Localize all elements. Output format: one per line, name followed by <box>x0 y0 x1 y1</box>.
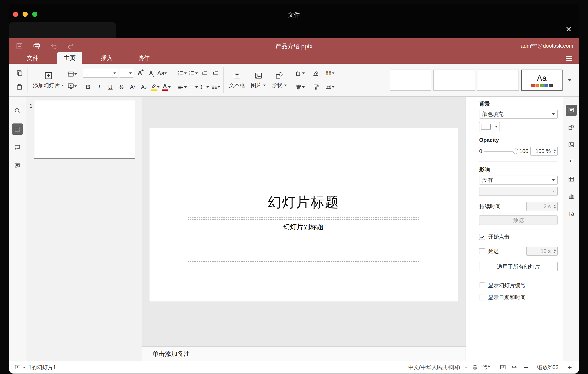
vertical-align-button[interactable] <box>188 81 198 93</box>
copy-style-button[interactable] <box>311 81 321 93</box>
decrease-indent-button[interactable] <box>199 67 210 79</box>
theme-tile-3[interactable] <box>477 70 519 91</box>
insert-image-button[interactable]: 图片 <box>248 66 269 94</box>
copy-button[interactable] <box>14 67 25 79</box>
table-settings-button[interactable] <box>566 174 577 185</box>
zoom-in-button[interactable]: + <box>566 364 574 371</box>
image-settings-button[interactable] <box>566 139 577 150</box>
slide-settings-button[interactable] <box>566 105 577 116</box>
bullets-icon <box>177 70 184 77</box>
change-case-button[interactable]: Aa <box>157 67 167 79</box>
language-selector[interactable]: 中文(中华人民共和国) <box>408 364 460 371</box>
user-account[interactable]: adm***@dootask.com <box>521 43 573 49</box>
font-color-button[interactable]: A <box>161 81 171 93</box>
opacity-slider[interactable] <box>484 151 517 152</box>
subtitle-placeholder[interactable]: 幻灯片副标题 <box>188 219 419 262</box>
slides-panel-button[interactable] <box>12 123 23 135</box>
horizontal-align-button[interactable] <box>177 81 187 93</box>
start-slideshow-button[interactable] <box>67 80 77 92</box>
numbering-button[interactable] <box>188 67 198 79</box>
home-toolbar: 添加幻灯片 A A Aa <box>9 64 579 97</box>
notes-area[interactable]: 单击添加备注 <box>142 346 466 361</box>
opacity-slider-knob[interactable] <box>513 149 518 154</box>
chevron-down-icon <box>184 72 187 74</box>
paragraph-settings-button[interactable]: ¶ <box>566 156 577 167</box>
slide-canvas[interactable]: 幻灯片标题 幻灯片副标题 <box>142 97 466 346</box>
chart-settings-button[interactable] <box>566 191 577 202</box>
slide-size-button[interactable] <box>325 81 335 93</box>
title-placeholder[interactable]: 幻灯片标题 <box>188 156 419 218</box>
start-on-click-checkbox[interactable] <box>479 234 485 240</box>
increase-font-button[interactable]: A <box>135 67 145 79</box>
add-slide-button[interactable]: 添加幻灯片 <box>30 66 67 94</box>
feedback-icon <box>14 162 21 169</box>
spellcheck-button[interactable]: ABC ✓ <box>483 364 491 371</box>
highlight-color-button[interactable] <box>150 81 160 93</box>
fit-width-button[interactable] <box>511 364 517 371</box>
slide-number: 1 <box>30 103 32 109</box>
color-scheme-button[interactable] <box>325 67 335 79</box>
columns-button[interactable] <box>210 81 221 93</box>
slide-layout-button[interactable] <box>67 68 77 80</box>
comments-button[interactable] <box>12 142 23 153</box>
duration-row: 持续时间 2 s <box>479 202 558 211</box>
opacity-input[interactable]: 100 % <box>530 147 558 156</box>
feedback-button[interactable] <box>12 160 23 171</box>
theme-tile-2[interactable] <box>433 70 475 91</box>
apply-to-all-button[interactable]: 适用于所有幻灯片 <box>479 262 558 271</box>
menu-icon[interactable] <box>566 56 572 61</box>
spinner-arrows[interactable] <box>554 147 556 155</box>
theme-gallery-expand-button[interactable] <box>565 70 575 91</box>
insert-textbox-button[interactable]: 文本框 <box>226 66 248 94</box>
effect-type-select <box>479 187 558 196</box>
fit-slide-button[interactable] <box>500 364 506 371</box>
effect-select[interactable]: 没有 <box>479 176 558 185</box>
slide-thumbnail[interactable] <box>34 101 135 159</box>
zoom-out-button[interactable]: − <box>522 364 530 371</box>
increase-indent-button[interactable] <box>210 67 221 79</box>
shape-icon <box>275 71 284 80</box>
copy-icon <box>16 70 23 77</box>
set-language-button[interactable] <box>472 364 478 370</box>
tab-collaboration[interactable]: 协作 <box>131 52 156 64</box>
close-icon[interactable]: × <box>563 24 574 34</box>
editor-column: 幻灯片标题 幻灯片副标题 单击添加备注 <box>142 97 466 361</box>
show-date-time-checkbox[interactable] <box>479 295 485 300</box>
tab-file[interactable]: 文件 <box>20 52 45 64</box>
start-slideshow-status-button[interactable] <box>14 364 25 371</box>
textart-settings-button[interactable]: Ta <box>566 208 577 219</box>
app-window: 文件 × 产品介绍.pptx adm***@dootask.com 文件 主页 … <box>9 4 579 374</box>
background-color-select[interactable] <box>479 122 500 131</box>
arrange-shape-button[interactable] <box>295 67 305 79</box>
clear-style-button[interactable] <box>311 67 321 79</box>
chevron-down-icon <box>302 86 305 88</box>
delay-checkbox[interactable] <box>479 248 485 254</box>
font-name-select[interactable] <box>83 69 118 78</box>
theme-tile-selected[interactable]: Aa <box>521 70 563 91</box>
theme-tile-1[interactable] <box>390 70 431 91</box>
tab-insert[interactable]: 插入 <box>94 52 119 64</box>
strikeout-button[interactable]: S <box>116 81 127 93</box>
subscript-button[interactable]: A₂ <box>139 81 149 93</box>
tab-home[interactable]: 主页 <box>57 52 82 64</box>
italic-button[interactable]: I <box>94 81 104 93</box>
decrease-font-button[interactable]: A <box>146 67 156 79</box>
globe-icon <box>472 364 478 370</box>
underline-button[interactable]: U <box>105 81 116 93</box>
slide[interactable]: 幻灯片标题 幻灯片副标题 <box>149 128 458 302</box>
shape-settings-button[interactable] <box>566 122 577 133</box>
line-spacing-button[interactable] <box>199 81 210 93</box>
font-size-select[interactable] <box>119 69 134 78</box>
bold-button[interactable]: B <box>83 81 93 93</box>
superscript-button[interactable]: A² <box>127 81 138 93</box>
search-button[interactable] <box>12 105 23 116</box>
bullets-button[interactable] <box>177 67 187 79</box>
chevron-down-icon <box>157 86 159 88</box>
paste-button[interactable] <box>14 81 25 93</box>
vertical-align-icon <box>189 84 195 90</box>
background-fill-select[interactable]: 颜色填充 <box>479 110 558 119</box>
spinner-arrows <box>554 202 556 211</box>
show-slide-number-checkbox[interactable] <box>479 283 485 288</box>
align-shape-button[interactable] <box>295 81 305 93</box>
insert-shape-button[interactable]: 形状 <box>269 66 289 94</box>
